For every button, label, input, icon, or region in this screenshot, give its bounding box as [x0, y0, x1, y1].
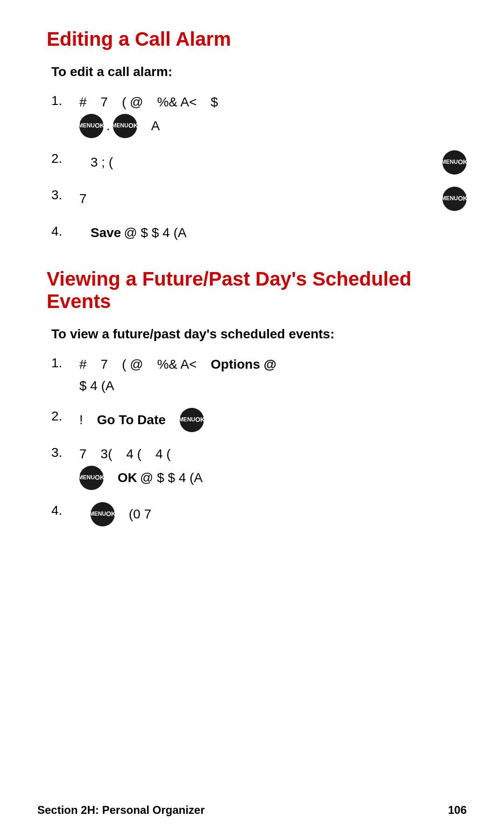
- step-text: #: [79, 355, 87, 374]
- step-text: %& A<: [157, 92, 197, 112]
- step-line: 73(4 (4 (: [79, 444, 467, 464]
- step-text: A: [151, 116, 160, 136]
- step-text: ( @: [122, 92, 143, 112]
- step-line: MENUOKOK@ $ $ 4 (A: [79, 466, 467, 490]
- step-content: #7( @%& A<$MENUOK.MENUOKA: [79, 92, 467, 140]
- footer-left: Section 2H: Personal Organizer: [37, 804, 205, 817]
- step-bold-text: Save: [91, 223, 121, 243]
- step-text: $: [211, 92, 218, 112]
- step-item: 4.MENUOK(0 7: [51, 502, 467, 528]
- footer-right: 106: [448, 804, 467, 817]
- section-title-editing-call-alarm: Editing a Call Alarm: [47, 28, 467, 50]
- step-item: 3.73(4 (4 (MENUOKOK@ $ $ 4 (A: [51, 444, 467, 492]
- steps-list-editing-call-alarm: 1.#7( @%& A<$MENUOK.MENUOKA2.3 ; (MENUOK…: [51, 92, 467, 245]
- step-number: 2.: [51, 408, 79, 424]
- menu-ok-badge: MENUOK: [79, 114, 104, 138]
- step-line: !Go To DateMENUOK: [79, 408, 467, 432]
- step-content: 3 ; (MENUOK: [79, 150, 467, 176]
- menu-ok-badge: MENUOK: [113, 114, 137, 138]
- step-item: 1.#7( @%& A<Options @$ 4 (A: [51, 355, 467, 398]
- section-subtitle-editing-call-alarm: To edit a call alarm:: [51, 64, 467, 79]
- step-number: 3.: [51, 444, 79, 460]
- step-content: MENUOK(0 7: [79, 502, 467, 528]
- step-bold-text: Go To Date: [97, 410, 166, 430]
- step-line: #7( @%& A<$: [79, 92, 467, 112]
- step-text: 7: [101, 92, 108, 112]
- step-text: #: [79, 92, 87, 112]
- step-bold-text: OK: [118, 468, 137, 488]
- page-content: Editing a Call AlarmTo edit a call alarm…: [0, 0, 504, 567]
- step-number: 2.: [51, 150, 79, 166]
- steps-list-viewing-future-past: 1.#7( @%& A<Options @$ 4 (A2.!Go To Date…: [51, 355, 467, 528]
- step-item: 2.3 ; (MENUOK: [51, 150, 467, 176]
- step-line: Save@ $ $ 4 (A: [79, 223, 467, 243]
- step-bold-text: Options @: [211, 355, 277, 374]
- step-line: MENUOK(0 7: [79, 502, 467, 526]
- step-text: 7: [79, 444, 87, 464]
- menu-ok-badge: MENUOK: [79, 466, 104, 490]
- step-text: (0 7: [129, 504, 151, 524]
- step-line: #7( @%& A<Options @: [79, 355, 467, 374]
- step-text: 4 (: [126, 444, 141, 464]
- step-content: Save@ $ $ 4 (A: [79, 223, 467, 245]
- step-text: 3(: [101, 444, 112, 464]
- section-title-viewing-future-past: Viewing a Future/Past Day's Scheduled Ev…: [47, 268, 467, 313]
- step-text: .: [106, 116, 110, 136]
- step-item: 1.#7( @%& A<$MENUOK.MENUOKA: [51, 92, 467, 140]
- step-item: 2.!Go To DateMENUOK: [51, 408, 467, 434]
- step-text: 7: [79, 189, 87, 209]
- step-number: 4.: [51, 223, 79, 239]
- step-text: 7: [101, 355, 108, 374]
- section-subtitle-viewing-future-past: To view a future/past day's scheduled ev…: [51, 327, 467, 342]
- step-text: ( @: [122, 355, 143, 374]
- step-number: 1.: [51, 355, 79, 371]
- step-line: 7MENUOK: [79, 187, 467, 211]
- step-number: 4.: [51, 502, 79, 518]
- step-content: 7MENUOK: [79, 187, 467, 213]
- menu-ok-badge: MENUOK: [442, 187, 467, 211]
- step-line: $ 4 (A: [79, 376, 467, 396]
- menu-ok-badge: MENUOK: [91, 502, 115, 526]
- step-text: @ $ $ 4 (A: [140, 468, 203, 488]
- step-text: 4 (: [155, 444, 171, 464]
- menu-ok-badge: MENUOK: [180, 408, 204, 432]
- step-line: MENUOK.MENUOKA: [79, 114, 467, 138]
- step-content: #7( @%& A<Options @$ 4 (A: [79, 355, 467, 398]
- step-number: 1.: [51, 92, 79, 108]
- step-item: 4.Save@ $ $ 4 (A: [51, 223, 467, 245]
- step-number: 3.: [51, 187, 79, 203]
- step-text: !: [79, 410, 83, 430]
- step-item: 3.7MENUOK: [51, 187, 467, 213]
- footer: Section 2H: Personal Organizer 106: [37, 804, 467, 817]
- step-text: @ $ $ 4 (A: [124, 223, 186, 243]
- step-text: 3 ; (: [91, 153, 113, 172]
- step-text: $ 4 (A: [79, 376, 114, 396]
- menu-ok-badge: MENUOK: [442, 150, 467, 175]
- step-line: 3 ; (MENUOK: [79, 150, 467, 175]
- step-content: !Go To DateMENUOK: [79, 408, 467, 434]
- step-content: 73(4 (4 (MENUOKOK@ $ $ 4 (A: [79, 444, 467, 492]
- step-text: %& A<: [157, 355, 197, 374]
